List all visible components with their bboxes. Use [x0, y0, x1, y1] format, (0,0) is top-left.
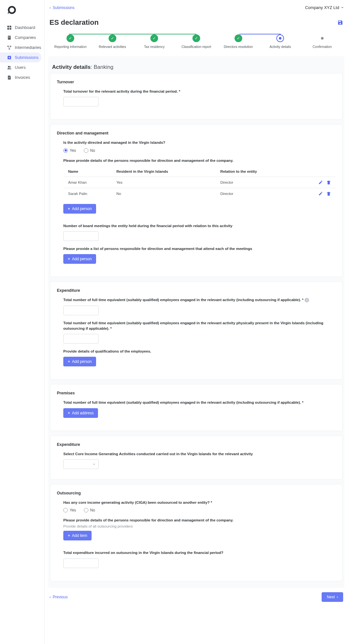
chevron-left-icon: ‹	[49, 5, 51, 10]
qualifications-label: Provide details of qualifications of the…	[63, 349, 336, 354]
directed-no-radio[interactable]: No	[84, 148, 95, 153]
outsourced-yes-radio[interactable]: Yes	[63, 508, 76, 512]
card-title: Premises	[57, 391, 336, 395]
svg-rect-2	[7, 28, 9, 29]
form-content: Activity details: Banking Turnover Total…	[48, 56, 344, 588]
previous-button[interactable]: ‹ Previous	[49, 595, 68, 599]
svg-rect-1	[10, 25, 11, 27]
nav-submissions[interactable]: Submissions	[0, 52, 41, 62]
section-lead: Activity details: Banking	[50, 58, 343, 73]
edit-icon[interactable]	[318, 180, 323, 185]
add-person-button[interactable]: +Add person	[63, 204, 96, 214]
svg-point-14	[10, 66, 11, 68]
step-tax-residency[interactable]: ✓Tax residency	[133, 34, 175, 49]
back-label: Submissions	[53, 5, 75, 10]
chevron-left-icon: ‹	[49, 595, 51, 599]
card-title: Direction and management	[57, 131, 336, 135]
outsourcing-persons-label: Please provide details of the persons re…	[63, 518, 336, 523]
main-content: ‹ Submissions Company XYZ Ltd › ES decla…	[44, 0, 347, 644]
table-row: Amar Khan Yes Director	[64, 177, 336, 188]
next-button[interactable]: Next ›	[322, 592, 343, 602]
nav-label: Companies	[15, 35, 36, 40]
fte-total-input[interactable]	[63, 306, 99, 315]
add-employee-qual-button[interactable]: +Add person	[63, 357, 96, 366]
invoice-icon	[7, 75, 12, 80]
turnover-card: Turnover Total turnover for the relevant…	[50, 73, 343, 120]
add-attendee-button[interactable]: +Add person	[63, 254, 96, 264]
meetings-label: Number of board meetings the entity held…	[63, 223, 336, 229]
step-activity-details[interactable]: Activity details	[259, 34, 301, 49]
fte-vi-label: Total number of full time equivalent (su…	[63, 320, 336, 332]
users-icon	[7, 65, 12, 70]
svg-rect-6	[10, 36, 10, 37]
save-button[interactable]	[337, 20, 343, 25]
company-name: Company XYZ Ltd	[305, 5, 339, 10]
delete-icon[interactable]	[326, 191, 331, 196]
company-selector[interactable]: Company XYZ Ltd ›	[305, 5, 343, 10]
expenditure-employees-card: Expenditure Total number of full time eq…	[50, 281, 343, 380]
table-row: Sarah Palin No Director	[64, 188, 336, 199]
network-icon	[7, 45, 12, 50]
delete-icon[interactable]	[326, 180, 331, 185]
card-title: Expenditure	[57, 288, 336, 293]
svg-rect-0	[7, 25, 9, 27]
persons-label: Please provide details of the persons re…	[63, 158, 336, 163]
svg-rect-5	[8, 36, 9, 37]
nav-users[interactable]: Users	[0, 62, 44, 72]
back-to-submissions[interactable]: ‹ Submissions	[49, 5, 75, 10]
step-classification-report[interactable]: ✓Classification report	[175, 34, 218, 49]
nav-dashboard[interactable]: Dashboard	[0, 23, 44, 32]
outsourcing-expenditure-label: Total expenditure incurred on outsourcin…	[63, 550, 336, 556]
premises-card: Premises Total number of full time equiv…	[50, 384, 343, 431]
chevron-down-icon: ›	[340, 7, 345, 8]
ciga-select[interactable]	[63, 459, 99, 469]
page-header: ES declaration	[48, 13, 344, 30]
turnover-input[interactable]	[63, 97, 99, 106]
attendees-label: Please provide a list of persons respons…	[63, 246, 336, 252]
expenditure-ciga-card: Expenditure Select Core Income Generatin…	[50, 436, 343, 480]
outsourcing-card: Outsourcing Has any core income generati…	[50, 484, 343, 581]
card-title: Expenditure	[57, 442, 336, 447]
sidebar: Dashboard Companies Intermediaries Submi…	[0, 0, 44, 644]
col-relation: Relation to the entity	[216, 166, 294, 177]
step-confirmation[interactable]: Confirmation	[301, 34, 343, 49]
chevron-right-icon: ›	[337, 595, 338, 599]
page-title: ES declaration	[49, 18, 99, 27]
dashboard-icon	[7, 25, 12, 30]
step-relevant-activities[interactable]: ✓Relevant activities	[92, 34, 134, 49]
edit-icon[interactable]	[318, 191, 323, 196]
svg-point-13	[8, 66, 10, 67]
svg-rect-16	[8, 78, 10, 78]
col-name: Name	[64, 166, 112, 177]
nav-label: Intermediaries	[15, 45, 41, 50]
fte-vi-input[interactable]	[63, 334, 99, 344]
step-reporting-information[interactable]: ✓Reporting information	[49, 34, 92, 49]
card-title: Turnover	[57, 80, 336, 84]
outsourcing-providers-sublabel: Provide details of all outsourcing provi…	[63, 524, 336, 528]
nav-label: Submissions	[15, 55, 39, 60]
building-icon	[7, 35, 12, 40]
nav-label: Users	[15, 65, 26, 70]
topbar: ‹ Submissions Company XYZ Ltd ›	[48, 5, 344, 13]
info-icon[interactable]: i	[305, 298, 309, 302]
outsourcing-expenditure-input[interactable]	[63, 558, 99, 568]
nav-invoices[interactable]: Invoices	[0, 72, 44, 82]
nav-label: Invoices	[15, 75, 30, 80]
svg-rect-3	[10, 28, 11, 29]
svg-rect-15	[8, 77, 10, 77]
outsourced-no-radio[interactable]: No	[84, 508, 95, 512]
stepper: ✓Reporting information ✓Relevant activit…	[48, 30, 344, 56]
directed-yes-radio[interactable]: Yes	[63, 148, 76, 153]
upload-icon	[7, 55, 12, 60]
nav-companies[interactable]: Companies	[0, 32, 44, 42]
meetings-input[interactable]	[63, 231, 99, 241]
plus-icon: +	[68, 411, 70, 415]
plus-icon: +	[68, 207, 70, 211]
nav-intermediaries[interactable]: Intermediaries	[0, 42, 44, 52]
add-address-button[interactable]: +Add address	[63, 408, 98, 418]
add-provider-button[interactable]: +Add item	[63, 531, 92, 540]
nav-label: Dashboard	[15, 25, 35, 30]
footer-nav: ‹ Previous Next ›	[48, 588, 344, 603]
plus-icon: +	[68, 533, 70, 538]
step-directors-resolution[interactable]: ✓Directors resolution	[217, 34, 259, 49]
